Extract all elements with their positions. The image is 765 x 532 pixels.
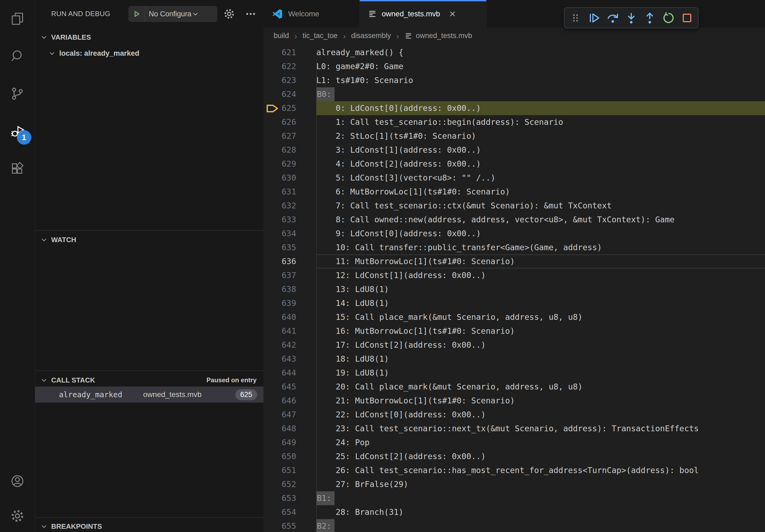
code-line-631[interactable]: 631 6: MutBorrowLoc[1](ts#1#0: Scenario) — [264, 185, 765, 199]
gutter[interactable]: 638 — [264, 282, 316, 296]
gutter[interactable]: 654 — [264, 505, 316, 519]
gutter[interactable]: 648 — [264, 421, 316, 435]
code-line-654[interactable]: 654 28: Branch(31) — [264, 505, 765, 519]
gutter[interactable]: 651 — [264, 463, 316, 477]
gutter[interactable]: 632 — [264, 199, 316, 213]
run-configuration-dropdown[interactable]: No Configura — [128, 6, 217, 22]
code-line-655[interactable]: 655B2: — [264, 519, 765, 532]
gutter[interactable]: 628 — [264, 143, 316, 157]
activity-account[interactable] — [0, 462, 35, 500]
gutter[interactable]: 652 — [264, 477, 316, 491]
gutter[interactable]: 627 — [264, 129, 316, 143]
call-stack-section-header[interactable]: CALL STACK Paused on entry — [35, 374, 264, 386]
code-line-626[interactable]: 626 1: Call test_scenario::begin(address… — [264, 115, 765, 129]
code-line-646[interactable]: 646 21: MutBorrowLoc[1](ts#1#0: Scenario… — [264, 394, 765, 408]
code-line-630[interactable]: 630 5: LdConst[3](vector<u8>: "" /..) — [264, 171, 765, 185]
step-over-button[interactable] — [605, 10, 620, 25]
gutter[interactable]: 640 — [264, 310, 316, 324]
gutter[interactable]: 639 — [264, 296, 316, 310]
code-line-634[interactable]: 634 9: LdConst[0](address: 0x00..) — [264, 227, 765, 241]
activity-explorer[interactable] — [0, 0, 35, 38]
gutter[interactable]: 653 — [264, 491, 316, 505]
code-line-632[interactable]: 632 7: Call test_scenario::ctx(&mut Scen… — [264, 199, 765, 213]
gutter[interactable]: 625 — [264, 101, 316, 115]
gutter[interactable]: 644 — [264, 366, 316, 380]
gutter[interactable]: 645 — [264, 380, 316, 394]
code-line-652[interactable]: 652 27: BrFalse(29) — [264, 477, 765, 491]
gutter[interactable]: 633 — [264, 213, 316, 227]
tab-welcome[interactable]: Welcome — [264, 0, 360, 28]
gutter[interactable]: 630 — [264, 171, 316, 185]
gutter[interactable]: 643 — [264, 352, 316, 366]
code-line-636[interactable]: 636 11: MutBorrowLoc[1](ts#1#0: Scenario… — [264, 254, 765, 268]
activity-run-and-debug[interactable]: 1 — [0, 113, 35, 150]
variables-section-header[interactable]: VARIABLES — [35, 31, 264, 43]
tab-owned-tests[interactable]: owned_tests.mvb — [360, 0, 486, 28]
locals-scope-row[interactable]: locals: already_marked — [35, 47, 264, 60]
gutter[interactable]: 631 — [264, 185, 316, 199]
more-actions-icon[interactable] — [245, 8, 257, 20]
code-line-645[interactable]: 645 20: Call place_mark(&mut Scenario, a… — [264, 380, 765, 394]
gutter[interactable]: 649 — [264, 435, 316, 449]
code-line-627[interactable]: 627 2: StLoc[1](ts#1#0: Scenario) — [264, 129, 765, 143]
gutter[interactable]: 641 — [264, 324, 316, 338]
step-out-button[interactable] — [642, 10, 657, 25]
gutter[interactable]: 629 — [264, 157, 316, 171]
breadcrumb-item[interactable]: disassembly — [351, 32, 391, 40]
gutter[interactable]: 622 — [264, 60, 316, 73]
code-line-633[interactable]: 633 8: Call owned::new(address, address,… — [264, 213, 765, 227]
watch-section-header[interactable]: WATCH — [35, 234, 264, 246]
breadcrumb-item[interactable]: build — [274, 32, 289, 40]
gutter[interactable]: 650 — [264, 449, 316, 463]
gutter[interactable]: 626 — [264, 115, 316, 129]
code-line-648[interactable]: 648 23: Call test_scenario::next_tx(&mut… — [264, 421, 765, 435]
code-line-640[interactable]: 640 15: Call place_mark(&mut Scenario, a… — [264, 310, 765, 324]
gutter[interactable]: 636 — [264, 254, 316, 268]
debug-settings-gear-icon[interactable] — [223, 8, 235, 20]
code-line-637[interactable]: 637 12: LdConst[1](address: 0x00..) — [264, 268, 765, 282]
code-line-629[interactable]: 629 4: LdConst[2](address: 0x00..) — [264, 157, 765, 171]
code-line-649[interactable]: 649 24: Pop — [264, 435, 765, 449]
code-line-653[interactable]: 653B1: — [264, 491, 765, 505]
gutter[interactable]: 646 — [264, 394, 316, 408]
close-tab-icon[interactable] — [449, 10, 456, 18]
code-line-642[interactable]: 642 17: LdConst[2](address: 0x00..) — [264, 338, 765, 352]
activity-settings[interactable] — [0, 500, 35, 532]
gutter[interactable]: 621 — [264, 46, 316, 60]
code-line-639[interactable]: 639 14: LdU8(1) — [264, 296, 765, 310]
gutter[interactable]: 647 — [264, 408, 316, 421]
step-into-button[interactable] — [624, 10, 639, 25]
gutter[interactable]: 655 — [264, 519, 316, 532]
code-line-623[interactable]: 623L1: ts#1#0: Scenario — [264, 73, 765, 87]
breadcrumb-file[interactable]: owned_tests.mvb — [404, 32, 472, 40]
gutter[interactable]: 642 — [264, 338, 316, 352]
gutter[interactable]: 624 — [264, 87, 316, 101]
gutter[interactable]: 634 — [264, 227, 316, 241]
code-line-622[interactable]: 622L0: game#2#0: Game — [264, 60, 765, 73]
code-line-644[interactable]: 644 19: LdU8(1) — [264, 366, 765, 380]
gutter[interactable]: 637 — [264, 268, 316, 282]
code-editor[interactable]: 621already_marked() {622L0: game#2#0: Ga… — [264, 44, 765, 532]
toolbar-drag-handle[interactable] — [568, 10, 583, 25]
code-line-638[interactable]: 638 13: LdU8(1) — [264, 282, 765, 296]
continue-button[interactable] — [587, 10, 602, 25]
code-line-651[interactable]: 651 26: Call test_scenario::has_most_rec… — [264, 463, 765, 477]
gutter[interactable]: 623 — [264, 73, 316, 87]
code-line-650[interactable]: 650 25: LdConst[2](address: 0x00..) — [264, 449, 765, 463]
code-line-641[interactable]: 641 16: MutBorrowLoc[1](ts#1#0: Scenario… — [264, 324, 765, 338]
code-line-625[interactable]: 625 0: LdConst[0](address: 0x00..) — [264, 101, 765, 115]
gutter[interactable]: 635 — [264, 241, 316, 254]
activity-search[interactable] — [0, 38, 35, 75]
code-line-635[interactable]: 635 10: Call transfer::public_transfer<G… — [264, 241, 765, 254]
code-line-621[interactable]: 621already_marked() { — [264, 46, 765, 60]
activity-source-control[interactable] — [0, 75, 35, 113]
code-line-624[interactable]: 624B0: — [264, 87, 765, 101]
restart-button[interactable] — [661, 10, 676, 25]
code-line-628[interactable]: 628 3: LdConst[1](address: 0x00..) — [264, 143, 765, 157]
stop-button[interactable] — [679, 10, 694, 25]
code-line-643[interactable]: 643 18: LdU8(1) — [264, 352, 765, 366]
start-debugging-icon[interactable] — [128, 6, 145, 22]
activity-extensions[interactable] — [0, 150, 35, 187]
breadcrumb-item[interactable]: tic_tac_toe — [303, 32, 338, 40]
code-line-647[interactable]: 647 22: LdConst[0](address: 0x00..) — [264, 408, 765, 421]
